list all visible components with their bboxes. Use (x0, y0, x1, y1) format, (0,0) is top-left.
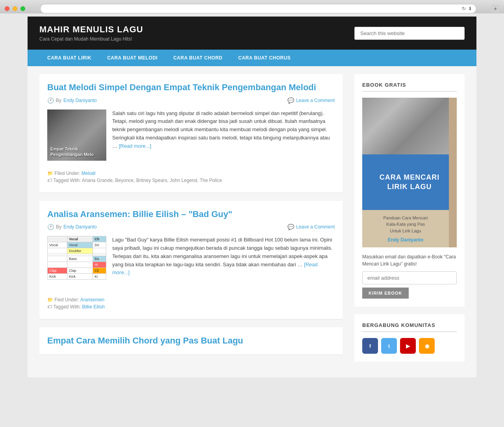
ebook-widget-title: EBOOK GRATIS (362, 82, 457, 92)
post-1-thumbnail: Empat Teknik Pengembangan Melo (47, 110, 106, 161)
email-input[interactable] (362, 271, 457, 284)
clock-icon: 🕐 (47, 97, 54, 104)
post-2-author[interactable]: Endy Daniyanto (63, 224, 97, 230)
ebook-title-line2: LIRIK LAGU (387, 182, 432, 191)
comment-icon: 💬 (287, 97, 294, 104)
youtube-icon[interactable]: ▶ (400, 338, 416, 354)
post-2-title[interactable]: Analisa Aransemen: Billie Eilish – "Bad … (47, 209, 335, 220)
post-1-filed: 📁 Filed Under: Melodi (47, 171, 335, 176)
ebook-desc-3: Untuk Lirik Lagu (383, 228, 428, 234)
nav-item-chorus[interactable]: CARA BUAT CHORUS (230, 50, 298, 66)
post-1-comment[interactable]: Leave a Comment (296, 98, 335, 103)
post-3: Empat Cara Memilih Chord yang Pas Buat L… (39, 327, 343, 355)
ebook-title-line1: CARA MENCARI (380, 173, 439, 182)
post-2-content: VocalCh VocalVocalDo Doubler (47, 236, 335, 287)
minimize-button[interactable] (13, 6, 17, 11)
ebook-widget: EBOOK GRATIS CARA MENCARI LIRIK LAGU Pan… (354, 74, 465, 306)
post-2-category[interactable]: Aransemen (80, 297, 104, 303)
post-2-excerpt: Lagu "Bad Guy" karya Billie Eilish menem… (112, 236, 335, 287)
ebook-promo: Masukkan email dan dapatkan e-Book "Cara… (362, 253, 457, 267)
reload-icon[interactable]: ↻ (462, 6, 466, 11)
ebook-bottom: Panduan Cara Mencari Kata-Kata yang Pas … (362, 210, 449, 247)
url-bar[interactable]: ↻ ⬇ (40, 4, 476, 13)
folder-icon-2: 📁 (47, 297, 53, 303)
ebook-spine (449, 98, 457, 247)
post-2-title-link[interactable]: Analisa Aransemen: Billie Eilish – "Bad … (47, 209, 232, 219)
ebook-cover: CARA MENCARI LIRIK LAGU Panduan Cara Men… (362, 98, 457, 247)
post-1-by: By (56, 98, 61, 103)
search-input[interactable] (354, 27, 465, 40)
site-branding: MAHIR MENULIS LAGU Cara Cepat dan Mudah … (39, 24, 143, 42)
post-2-comment[interactable]: Leave a Comment (296, 224, 335, 230)
post-1: Buat Melodi Simpel Dengan Empat Teknik P… (39, 74, 343, 193)
ebook-author[interactable]: Endy Daniyanto (388, 237, 424, 243)
post-2-filed: 📁 Fied Under: Aransemen (47, 297, 335, 303)
sidebar: EBOOK GRATIS CARA MENCARI LIRIK LAGU Pan… (354, 74, 465, 369)
community-widget-title: BERGABUNG KOMUNITAS (362, 322, 457, 332)
post-2-by: By (56, 224, 61, 230)
ebook-desc-1: Panduan Cara Mencari (383, 215, 428, 221)
clock-icon-2: 🕐 (47, 224, 54, 230)
post-1-read-more[interactable]: [Read more...] (119, 143, 151, 149)
site-nav: CARA BUAT LIRIK CARA BUAT MELODI CARA BU… (28, 50, 476, 66)
post-2: Analisa Aransemen: Billie Eilish – "Bad … (39, 201, 343, 320)
tag-icon: 🏷 (47, 178, 52, 183)
header-search (354, 27, 465, 40)
post-2-meta: 🕐 By Endy Daniyanto 💬 Leave a Comment (47, 224, 335, 230)
comment-icon-2: 💬 (287, 224, 294, 230)
nav-item-lirik[interactable]: CARA BUAT LIRIK (39, 50, 99, 66)
post-1-meta-left: 🕐 By Endy Daniyanto (47, 97, 97, 104)
nav-item-chord[interactable]: CARA BUAT CHORD (165, 50, 230, 66)
content-area: Buat Melodi Simpel Dengan Empat Teknik P… (28, 66, 476, 377)
facebook-icon[interactable]: f (362, 338, 378, 354)
site-tagline: Cara Cepat dan Mudah Membuat Lagu Hits! (39, 36, 143, 42)
post-2-thumbnail: VocalCh VocalVocalDo Doubler (47, 236, 106, 287)
post-1-author[interactable]: Endy Daniyanto (63, 98, 97, 103)
browser-chrome: ↻ ⬇ + (0, 0, 504, 13)
maximize-button[interactable] (20, 6, 25, 11)
post-2-tag-billie[interactable]: Billie Eilish (82, 304, 105, 310)
site-wrapper: MAHIR MENULIS LAGU Cara Cepat dan Mudah … (28, 17, 476, 377)
post-1-tags: 🏷 Tagged With: Ariana Grande, Beyonce, B… (47, 178, 335, 183)
site-header: MAHIR MENULIS LAGU Cara Cepat dan Mudah … (28, 17, 476, 50)
ebook-desc-2: Kata-Kata yang Pas (383, 221, 428, 228)
download-icon[interactable]: ⬇ (468, 6, 472, 11)
post-1-title[interactable]: Buat Melodi Simpel Dengan Empat Teknik P… (47, 82, 335, 93)
thumbnail-label: Empat Teknik Pengembangan Melo (50, 146, 103, 158)
main-content: Buat Melodi Simpel Dengan Empat Teknik P… (39, 74, 343, 369)
post-1-content: Empat Teknik Pengembangan Melo Salah sat… (47, 110, 335, 161)
community-widget: BERGABUNG KOMUNITAS f t ▶ ◉ (354, 314, 465, 362)
post-1-title-link[interactable]: Buat Melodi Simpel Dengan Empat Teknik P… (47, 82, 316, 92)
social-icons: f t ▶ ◉ (362, 338, 457, 354)
post-2-meta-left: 🕐 By Endy Daniyanto (47, 224, 97, 230)
post-1-footer: 📁 Filed Under: Melodi 🏷 Tagged With: Ari… (47, 167, 335, 183)
rss-icon[interactable]: ◉ (419, 338, 435, 354)
post-1-meta: 🕐 By Endy Daniyanto 💬 Leave a Comment (47, 97, 335, 104)
kirim-ebook-button[interactable]: KIRIM EBOOK (362, 288, 409, 299)
close-button[interactable] (5, 6, 9, 11)
post-1-category[interactable]: Melodi (82, 171, 95, 176)
nav-item-melodi[interactable]: CARA BUAT MELODI (99, 50, 165, 66)
new-tab-button[interactable]: + (491, 5, 499, 13)
ebook-photo (362, 98, 449, 154)
post-2-meta-right: 💬 Leave a Comment (287, 224, 335, 230)
post-2-footer: 📁 Fied Under: Aransemen 🏷 Tagged With: B… (47, 293, 335, 310)
post-1-excerpt: Salah satu ciri lagu hits yang diputar d… (112, 110, 335, 161)
site-title: MAHIR MENULIS LAGU (39, 24, 143, 35)
tag-icon-2: 🏷 (47, 304, 52, 310)
post-2-tags: 🏷 Tagged With: Billie Eilish (47, 304, 335, 310)
post-1-meta-right: 💬 Leave a Comment (287, 97, 335, 104)
folder-icon: 📁 (47, 171, 53, 176)
post-3-title-link[interactable]: Empat Cara Memilih Chord yang Pas Buat L… (47, 336, 243, 345)
twitter-icon[interactable]: t (381, 338, 397, 354)
ebook-blue-band: CARA MENCARI LIRIK LAGU (362, 154, 457, 210)
post-3-title[interactable]: Empat Cara Memilih Chord yang Pas Buat L… (47, 335, 335, 347)
